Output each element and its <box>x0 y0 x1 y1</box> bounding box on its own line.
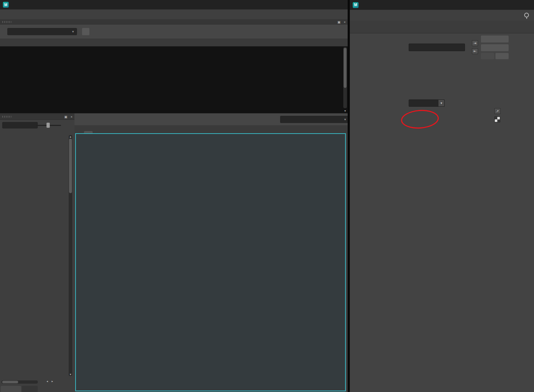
scroll-up-icon[interactable]: ▴ <box>69 135 72 138</box>
bottom-tab-bins[interactable] <box>22 386 38 392</box>
node-editor-panel: ▼ <box>74 114 348 392</box>
input2-texture-icon[interactable] <box>494 117 500 122</box>
create-search-input[interactable] <box>5 123 35 128</box>
browser-panel-header[interactable]: ▣ × <box>0 19 348 25</box>
graph-input-icon[interactable]: ⇥ <box>472 40 478 46</box>
focus-button[interactable] <box>481 35 509 43</box>
undock-panel-icon[interactable]: ▣ <box>63 115 69 119</box>
search-dropdown-icon[interactable]: ▼ <box>72 30 74 33</box>
scroll-down-icon[interactable]: ▾ <box>343 109 347 113</box>
hypershade-window: M ▣ × ▼ <box>0 0 348 392</box>
browser-scrollbar[interactable] <box>343 47 347 108</box>
desktop: M ▣ × ▼ <box>0 0 534 392</box>
show-button[interactable] <box>481 53 494 60</box>
maya-logo-icon: M <box>353 2 359 8</box>
close-panel-icon[interactable]: × <box>69 115 74 119</box>
swatch-size-slider-handle[interactable] <box>46 123 50 128</box>
node-graph-canvas[interactable] <box>75 133 346 391</box>
graph-output-icon[interactable]: ⇤ <box>472 48 478 54</box>
search-dropdown-icon[interactable]: ▼ <box>344 118 347 121</box>
scroll-right-icon[interactable]: ▸ <box>50 380 54 383</box>
close-panel-icon[interactable]: × <box>342 20 348 24</box>
presets-button[interactable] <box>481 44 509 52</box>
hypershade-titlebar[interactable]: M <box>0 0 348 9</box>
browser-search-field[interactable]: ▼ <box>7 28 77 35</box>
node-list-scrollbar[interactable]: ▴ ▾ <box>69 135 72 376</box>
create-search-field[interactable] <box>2 122 38 128</box>
connection-wires <box>76 134 345 391</box>
node-editor-search-input[interactable] <box>283 117 342 122</box>
show-button[interactable] <box>82 28 90 36</box>
pin-icon[interactable] <box>524 13 529 17</box>
tree-hscrollbar[interactable] <box>1 380 38 384</box>
browser-search-input[interactable] <box>10 29 70 34</box>
input1-connection-icon[interactable]: ↗ <box>494 108 501 114</box>
hide-button[interactable] <box>495 53 509 60</box>
operation-dropdown[interactable]: ▼ <box>409 99 445 107</box>
attribute-editor-window: M ⇥ ⇤ ▼ ↗ <box>350 0 534 392</box>
chevron-down-icon[interactable]: ▼ <box>438 100 444 106</box>
create-panel: ▣ × ▴ ▾ ◂ ▸ <box>0 114 75 392</box>
node-name-field[interactable] <box>409 44 465 51</box>
create-panel-header[interactable]: ▣ × <box>0 114 74 120</box>
maya-logo-icon: M <box>3 2 9 8</box>
scroll-down-icon[interactable]: ▾ <box>69 373 72 376</box>
attribute-editor-titlebar[interactable]: M <box>350 0 534 10</box>
bottom-tab-create[interactable] <box>1 386 21 392</box>
panel-grip[interactable] <box>2 21 12 23</box>
node-editor-search-field[interactable]: ▼ <box>280 116 348 123</box>
scroll-left-icon[interactable]: ◂ <box>45 380 49 383</box>
undock-panel-icon[interactable]: ▣ <box>336 20 342 24</box>
panel-grip[interactable] <box>2 116 12 118</box>
material-browser: ▾ <box>0 46 348 113</box>
